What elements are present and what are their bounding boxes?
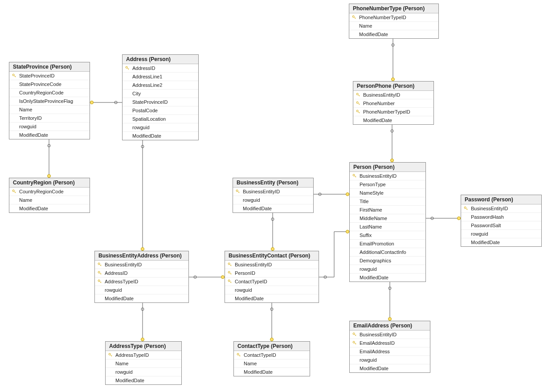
entity-PersonPhone[interactable]: PersonPhone (Person)BusinessEntityIDPhon… — [353, 81, 434, 125]
column-row[interactable]: ModifiedDate — [233, 204, 313, 212]
column-row[interactable]: AddressLine2 — [123, 81, 198, 90]
entity-CountryRegion[interactable]: CountryRegion (Person)CountryRegionCodeN… — [9, 178, 90, 213]
column-name: ModifiedDate — [114, 378, 144, 383]
column-row[interactable]: BusinessEntityID — [350, 172, 425, 180]
column-row[interactable]: Name — [9, 106, 90, 114]
column-name: EmailPromotion — [358, 241, 394, 246]
column-row[interactable]: EmailPromotion — [350, 240, 425, 248]
column-row[interactable]: rowguid — [350, 265, 425, 274]
entity-StateProvince[interactable]: StateProvince (Person)StateProvinceIDSta… — [9, 62, 90, 139]
column-row[interactable]: Name — [9, 196, 90, 204]
entity-Password[interactable]: Password (Person)BusinessEntityIDPasswor… — [461, 195, 542, 247]
column-row[interactable]: BusinessEntityID — [225, 261, 319, 269]
column-row[interactable]: Name — [349, 22, 438, 30]
entity-Address[interactable]: Address (Person)AddressIDAddressLine1Add… — [122, 54, 199, 140]
column-row[interactable]: ModifiedDate — [350, 274, 425, 282]
entity-header[interactable]: PersonPhone (Person) — [353, 82, 433, 91]
column-row[interactable]: PhoneNumberTypeID — [349, 13, 438, 22]
entity-EmailAddress[interactable]: EmailAddress (Person)BusinessEntityIDEma… — [349, 321, 430, 373]
column-row[interactable]: PersonID — [225, 269, 319, 278]
column-row[interactable]: PhoneNumberTypeID — [353, 108, 433, 116]
entity-BusinessEntityAddress[interactable]: BusinessEntityAddress (Person)BusinessEn… — [94, 251, 189, 303]
column-row[interactable]: Title — [350, 197, 425, 206]
entity-header[interactable]: Address (Person) — [123, 55, 198, 64]
entity-header[interactable]: EmailAddress (Person) — [350, 321, 430, 331]
entity-header[interactable]: Person (Person) — [350, 163, 425, 172]
column-row[interactable]: FirstName — [350, 206, 425, 214]
column-row[interactable]: EmailAddressID — [350, 339, 430, 347]
column-row[interactable]: StateProvinceID — [9, 72, 90, 80]
column-row[interactable]: AddressTypeID — [106, 351, 181, 359]
column-row[interactable]: ModifiedDate — [123, 132, 198, 140]
column-row[interactable]: ModifiedDate — [9, 204, 90, 212]
column-row[interactable]: ModifiedDate — [106, 376, 181, 384]
entity-header[interactable]: ContactType (Person) — [234, 342, 310, 351]
column-row[interactable]: SpatialLocation — [123, 115, 198, 123]
column-row[interactable]: AddressLine1 — [123, 73, 198, 81]
column-row[interactable]: Name — [106, 359, 181, 368]
entity-BusinessEntity[interactable]: BusinessEntity (Person)BusinessEntityIDr… — [233, 178, 314, 213]
column-row[interactable]: rowguid — [350, 356, 430, 364]
column-row[interactable]: NameStyle — [350, 189, 425, 197]
column-row[interactable]: TerritoryID — [9, 114, 90, 122]
entity-BusinessEntityContact[interactable]: BusinessEntityContact (Person)BusinessEn… — [225, 251, 319, 303]
column-row[interactable]: IsOnlyStateProvinceFlag — [9, 97, 90, 106]
column-row[interactable]: ModifiedDate — [350, 364, 430, 372]
column-row[interactable]: City — [123, 90, 198, 98]
entity-header[interactable]: CountryRegion (Person) — [9, 178, 90, 188]
column-row[interactable]: ModifiedDate — [225, 294, 319, 302]
column-row[interactable]: ModifiedDate — [349, 30, 438, 38]
column-row[interactable]: ModifiedDate — [461, 238, 541, 246]
column-row[interactable]: PasswordHash — [461, 213, 541, 221]
column-row[interactable]: PhoneNumber — [353, 99, 433, 108]
column-row[interactable]: PasswordSalt — [461, 221, 541, 230]
column-row[interactable]: ContactTypeID — [225, 278, 319, 286]
column-row[interactable]: ContactTypeID — [234, 351, 310, 359]
column-row[interactable]: PersonType — [350, 180, 425, 189]
entity-header[interactable]: PhoneNumberType (Person) — [349, 4, 438, 13]
column-row[interactable]: Name — [234, 359, 310, 368]
column-row[interactable]: EmailAddress — [350, 347, 430, 356]
entity-header[interactable]: BusinessEntityContact (Person) — [225, 251, 319, 261]
entity-header[interactable]: AddressType (Person) — [106, 342, 181, 351]
column-row[interactable]: rowguid — [9, 122, 90, 131]
column-row[interactable]: rowguid — [233, 196, 313, 204]
entity-AddressType[interactable]: AddressType (Person)AddressTypeIDNamerow… — [105, 341, 182, 385]
column-row[interactable]: BusinessEntityID — [461, 204, 541, 213]
column-row[interactable]: PostalCode — [123, 106, 198, 115]
column-row[interactable]: rowguid — [95, 286, 188, 294]
entity-header[interactable]: Password (Person) — [461, 195, 541, 204]
entity-Person[interactable]: Person (Person)BusinessEntityIDPersonTyp… — [349, 162, 426, 282]
entity-PhoneNumberType[interactable]: PhoneNumberType (Person)PhoneNumberTypeI… — [349, 4, 439, 39]
svg-point-86 — [353, 341, 355, 343]
column-row[interactable]: Suffix — [350, 231, 425, 240]
column-row[interactable]: MiddleName — [350, 214, 425, 223]
column-row[interactable]: ModifiedDate — [9, 131, 90, 139]
entity-header[interactable]: BusinessEntityAddress (Person) — [95, 251, 188, 261]
column-row[interactable]: ModifiedDate — [353, 116, 433, 124]
column-row[interactable]: AddressTypeID — [95, 278, 188, 286]
entity-header[interactable]: StateProvince (Person) — [9, 62, 90, 72]
column-row[interactable]: StateProvinceID — [123, 98, 198, 106]
column-row[interactable]: CountryRegionCode — [9, 188, 90, 196]
column-row[interactable]: ModifiedDate — [234, 368, 310, 376]
column-row[interactable]: Demographics — [350, 257, 425, 265]
column-row[interactable]: AddressID — [95, 269, 188, 278]
column-row[interactable]: CountryRegionCode — [9, 89, 90, 97]
column-row[interactable]: AddressID — [123, 64, 198, 73]
svg-point-24 — [391, 130, 393, 132]
column-row[interactable]: ModifiedDate — [95, 294, 188, 302]
column-row[interactable]: BusinessEntityID — [353, 91, 433, 99]
entity-header[interactable]: BusinessEntity (Person) — [233, 178, 313, 188]
column-row[interactable]: rowguid — [225, 286, 319, 294]
column-row[interactable]: rowguid — [106, 368, 181, 376]
column-row[interactable]: rowguid — [123, 123, 198, 132]
entity-ContactType[interactable]: ContactType (Person)ContactTypeIDNameMod… — [233, 341, 310, 376]
column-row[interactable]: AdditionalContactInfo — [350, 248, 425, 257]
column-row[interactable]: LastName — [350, 223, 425, 231]
column-row[interactable]: BusinessEntityID — [95, 261, 188, 269]
column-row[interactable]: BusinessEntityID — [233, 188, 313, 196]
column-row[interactable]: StateProvinceCode — [9, 80, 90, 89]
column-row[interactable]: rowguid — [461, 230, 541, 238]
column-row[interactable]: BusinessEntityID — [350, 331, 430, 339]
